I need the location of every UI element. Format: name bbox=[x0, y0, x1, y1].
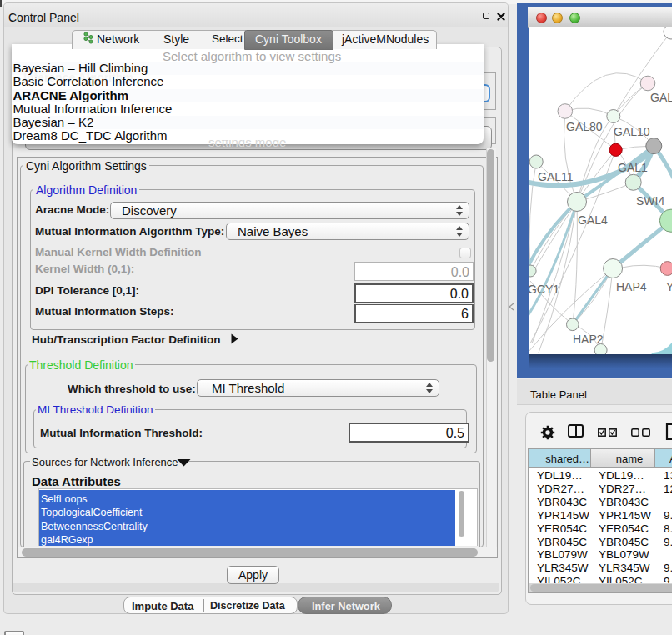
svg-text:SWI4: SWI4 bbox=[636, 194, 664, 208]
svg-text:Y: Y bbox=[666, 280, 672, 293]
svg-text:HAP4: HAP4 bbox=[616, 280, 647, 293]
svg-text:GAL10: GAL10 bbox=[614, 125, 650, 138]
svg-text:GCY1: GCY1 bbox=[529, 282, 559, 296]
svg-text:GAL11: GAL11 bbox=[538, 170, 574, 183]
svg-text:GAL1: GAL1 bbox=[618, 161, 648, 174]
svg-text:GAL4: GAL4 bbox=[578, 213, 608, 227]
svg-text:GAL80: GAL80 bbox=[566, 120, 603, 133]
svg-text:GAL: GAL bbox=[650, 91, 672, 104]
svg-text:HAP2: HAP2 bbox=[573, 332, 604, 346]
